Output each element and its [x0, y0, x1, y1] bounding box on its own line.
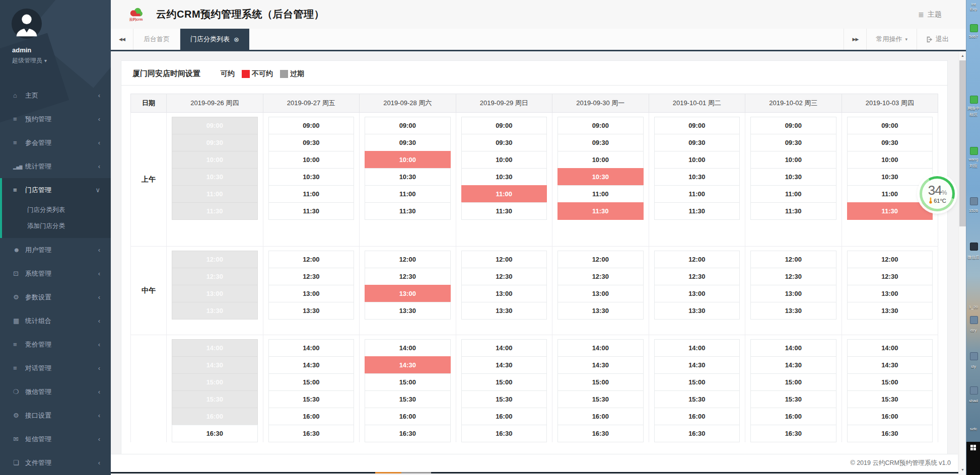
- time-slot[interactable]: 09:00: [557, 117, 644, 134]
- sidebar-item-用户管理[interactable]: ☻用户管理‹: [0, 238, 111, 262]
- common-operations-button[interactable]: 常用操作 ▾: [866, 29, 917, 50]
- sidebar-item-统计组合[interactable]: ▦统计组合‹: [0, 309, 111, 333]
- time-slot[interactable]: 12:30: [750, 268, 836, 285]
- time-slot[interactable]: 10:00: [268, 151, 355, 169]
- time-slot[interactable]: 10:30: [268, 168, 355, 186]
- time-slot[interactable]: 13:30: [365, 302, 451, 320]
- time-slot[interactable]: 12:00: [365, 251, 451, 268]
- time-slot[interactable]: 13:00: [461, 285, 547, 302]
- time-slot[interactable]: 12:00: [847, 251, 933, 268]
- sidebar-item-文件管理[interactable]: ❏文件管理‹: [0, 451, 111, 474]
- desktop-icon-label[interactable]: dzy: [966, 328, 980, 333]
- time-slot[interactable]: 10:30: [557, 168, 644, 186]
- time-slot[interactable]: 09:00: [750, 117, 836, 134]
- time-slot[interactable]: 11:00: [557, 185, 644, 203]
- time-slot[interactable]: 12:30: [557, 268, 644, 285]
- time-slot[interactable]: 14:30: [847, 356, 933, 374]
- logout-button[interactable]: 退出: [917, 29, 958, 50]
- time-slot[interactable]: 09:30: [365, 134, 451, 151]
- time-slot[interactable]: 15:00: [557, 373, 644, 391]
- time-slot[interactable]: 11:30: [654, 202, 740, 220]
- time-slot[interactable]: 09:00: [461, 117, 547, 134]
- time-slot[interactable]: 15:30: [750, 390, 836, 408]
- time-slot[interactable]: 11:30: [461, 202, 547, 220]
- sidebar-item-预约管理[interactable]: ≡预约管理‹: [0, 107, 111, 131]
- time-slot[interactable]: 16:00: [557, 408, 644, 425]
- time-slot[interactable]: 10:00: [365, 151, 451, 169]
- desktop-icon-label[interactable]: shad: [966, 399, 980, 403]
- sidebar-item-短信管理[interactable]: ✉短信管理‹: [0, 427, 111, 451]
- time-slot[interactable]: 13:30: [654, 302, 740, 320]
- time-slot[interactable]: 11:30: [750, 202, 836, 220]
- time-slot[interactable]: 09:30: [750, 134, 836, 151]
- time-slot[interactable]: 14:30: [750, 356, 836, 374]
- time-slot[interactable]: 13:00: [847, 285, 933, 302]
- desktop-icon-label[interactable]: Exp: [966, 7, 980, 12]
- time-slot[interactable]: 13:00: [365, 285, 451, 302]
- performance-widget[interactable]: 34% 61°C: [920, 176, 955, 211]
- time-slot[interactable]: 11:00: [461, 185, 547, 203]
- time-slot[interactable]: 15:30: [461, 390, 547, 408]
- time-slot[interactable]: 10:00: [557, 151, 644, 169]
- tab-后台首页[interactable]: 后台首页: [133, 29, 180, 50]
- sidebar-item-微信管理[interactable]: ❍微信管理‹: [0, 380, 111, 404]
- desktop-icon[interactable]: [970, 197, 978, 205]
- time-slot[interactable]: 13:00: [557, 285, 644, 302]
- desktop-icon-label[interactable]: 网络中: [966, 106, 980, 111]
- time-slot[interactable]: 16:00: [750, 408, 836, 425]
- time-slot[interactable]: 12:00: [557, 251, 644, 268]
- time-slot[interactable]: 10:30: [750, 168, 836, 186]
- time-slot[interactable]: 14:00: [557, 339, 644, 357]
- desktop-icon-label[interactable]: 1526: [966, 208, 980, 213]
- time-slot[interactable]: 09:00: [268, 117, 355, 134]
- time-slot[interactable]: 12:30: [654, 268, 740, 285]
- time-slot[interactable]: 15:00: [461, 373, 547, 391]
- time-slot[interactable]: 16:30: [847, 425, 933, 442]
- desktop-icon-label[interactable]: 微信后: [966, 255, 980, 260]
- time-slot[interactable]: 12:00: [461, 251, 547, 268]
- scroll-down-icon[interactable]: ▼: [959, 465, 966, 473]
- time-slot[interactable]: 13:30: [268, 302, 355, 320]
- time-slot[interactable]: 09:30: [461, 134, 547, 151]
- time-slot[interactable]: 15:00: [750, 373, 836, 391]
- time-slot[interactable]: 09:00: [365, 117, 451, 134]
- time-slot[interactable]: 09:00: [654, 117, 740, 134]
- time-slot[interactable]: 11:30: [365, 202, 451, 220]
- time-slot[interactable]: 09:30: [557, 134, 644, 151]
- time-slot[interactable]: 16:30: [172, 425, 258, 442]
- desktop-icon[interactable]: [970, 352, 978, 360]
- time-slot[interactable]: 14:00: [654, 339, 740, 357]
- time-slot[interactable]: 15:30: [557, 390, 644, 408]
- sidebar-item-接口设置[interactable]: ⚙接口设置‹: [0, 404, 111, 427]
- time-slot[interactable]: 11:00: [365, 185, 451, 203]
- sidebar-item-主页[interactable]: ⌂主页‹: [0, 84, 111, 107]
- time-slot[interactable]: 12:00: [750, 251, 836, 268]
- desktop-icon-label[interactable]: sty: [966, 364, 980, 369]
- time-slot[interactable]: 14:30: [461, 356, 547, 374]
- time-slot[interactable]: 14:00: [461, 339, 547, 357]
- time-slot[interactable]: 14:30: [365, 356, 451, 374]
- desktop-icon-label[interactable]: 1_20: [966, 305, 980, 309]
- desktop-icon-label[interactable]: 5d67: [966, 34, 980, 39]
- scroll-up-icon[interactable]: ▲: [959, 51, 966, 59]
- tabs-scroll-left-button[interactable]: ◀◀: [111, 29, 133, 50]
- sidebar-item-对话管理[interactable]: ≡对话管理‹: [0, 356, 111, 380]
- time-slot[interactable]: 15:30: [847, 390, 933, 408]
- time-slot[interactable]: 12:30: [365, 268, 451, 285]
- time-slot[interactable]: 11:30: [557, 202, 644, 220]
- time-slot[interactable]: 14:30: [268, 356, 355, 374]
- time-slot[interactable]: 10:30: [365, 168, 451, 186]
- time-slot[interactable]: 09:30: [268, 134, 355, 151]
- tab-门店分类列表[interactable]: 门店分类列表⊗: [180, 29, 249, 50]
- vertical-scrollbar[interactable]: ▲ ▼: [958, 51, 966, 473]
- time-slot[interactable]: 10:00: [750, 151, 836, 169]
- desktop-icon[interactable]: [970, 147, 978, 155]
- time-slot[interactable]: 15:00: [847, 373, 933, 391]
- time-slot[interactable]: 13:00: [654, 285, 740, 302]
- time-slot[interactable]: 16:30: [557, 425, 644, 442]
- time-slot[interactable]: 16:00: [654, 408, 740, 425]
- time-slot[interactable]: 16:00: [365, 408, 451, 425]
- avatar[interactable]: [11, 8, 42, 39]
- time-slot[interactable]: 10:00: [654, 151, 740, 169]
- time-slot[interactable]: 15:30: [365, 390, 451, 408]
